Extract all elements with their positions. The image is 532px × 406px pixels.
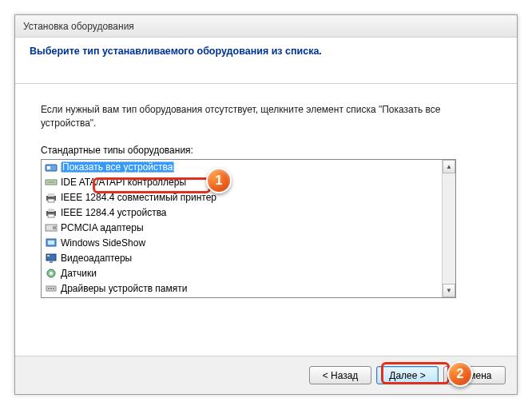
next-button[interactable]: Далее > xyxy=(376,366,439,384)
pcmcia-icon xyxy=(45,221,58,234)
list-item-ieee-devices[interactable]: IEEE 1284.4 устройства xyxy=(42,205,442,221)
list-item-show-all[interactable]: Показать все устройства xyxy=(42,160,442,175)
printer-icon xyxy=(45,206,58,219)
svg-rect-21 xyxy=(50,288,52,289)
list-label: Стандартные типы оборудования: xyxy=(41,145,491,156)
ide-controller-icon xyxy=(45,176,58,189)
callout-2: 2 xyxy=(447,361,473,387)
svg-rect-6 xyxy=(48,199,54,202)
wizard-window: Установка оборудования Выберите тип уста… xyxy=(14,14,518,395)
list-item-label: Драйверы устройств памяти xyxy=(61,283,187,294)
list-item-label: Показать все устройства xyxy=(61,161,174,173)
list-item-display-adapter[interactable]: Видеоадаптеры xyxy=(42,251,442,266)
callout-1: 1 xyxy=(206,168,232,193)
list-item-sensors[interactable]: Датчики xyxy=(42,266,442,281)
svg-rect-5 xyxy=(48,193,54,197)
titlebar: Установка оборудования xyxy=(15,15,517,38)
svg-rect-15 xyxy=(50,261,53,263)
sideshow-icon xyxy=(45,237,58,249)
memory-icon xyxy=(45,282,58,295)
devices-all-icon xyxy=(45,161,58,173)
list-items: Показать все устройства IDE ATA/ATAPI ко… xyxy=(42,160,442,297)
help-text: Если нужный вам тип оборудования отсутст… xyxy=(41,103,491,130)
sensor-icon xyxy=(45,267,58,280)
list-item-label: PCMCIA адаптеры xyxy=(61,222,144,233)
back-button[interactable]: < Назад xyxy=(309,366,371,384)
display-adapter-icon xyxy=(45,252,58,265)
svg-rect-8 xyxy=(48,209,54,212)
printer-icon xyxy=(45,191,58,204)
svg-rect-22 xyxy=(53,288,54,289)
svg-rect-11 xyxy=(53,226,56,229)
list-item-pcmcia[interactable]: PCMCIA адаптеры xyxy=(42,221,442,236)
list-item-label: Датчики xyxy=(61,268,97,279)
svg-rect-9 xyxy=(48,214,54,217)
wizard-button-row: < Назад Далее > Отмена xyxy=(15,356,517,394)
svg-rect-13 xyxy=(48,241,54,245)
list-item-ide[interactable]: IDE ATA/ATAPI контроллеры xyxy=(42,175,442,190)
list-item-label: Видеоадаптеры xyxy=(61,253,132,264)
list-item-memory-drivers[interactable]: Драйверы устройств памяти xyxy=(42,281,442,297)
wizard-header: Выберите тип устанавливаемого оборудован… xyxy=(15,38,517,84)
svg-rect-1 xyxy=(47,166,50,169)
svg-point-18 xyxy=(50,272,53,275)
list-item-sideshow[interactable]: Windows SideShow xyxy=(42,236,442,251)
list-item-label: IEEE 1284.4 совместимый принтер xyxy=(61,192,216,203)
list-item-label: IDE ATA/ATAPI контроллеры xyxy=(61,177,186,188)
hardware-type-listbox[interactable]: Показать все устройства IDE ATA/ATAPI ко… xyxy=(41,159,456,298)
list-item-ieee-printer[interactable]: IEEE 1284.4 совместимый принтер xyxy=(42,190,442,205)
wizard-body: Если нужный вам тип оборудования отсутст… xyxy=(15,84,517,298)
svg-rect-20 xyxy=(48,288,50,289)
scroll-up-button[interactable]: ▲ xyxy=(443,160,455,173)
window-title: Установка оборудования xyxy=(23,21,134,32)
scroll-down-button[interactable]: ▼ xyxy=(443,284,455,297)
list-item-label: Windows SideShow xyxy=(61,237,145,249)
svg-rect-16 xyxy=(47,255,50,257)
listbox-scrollbar[interactable]: ▲ ▼ xyxy=(442,160,455,297)
scroll-track[interactable] xyxy=(443,173,455,284)
list-item-label: IEEE 1284.4 устройства xyxy=(61,207,167,218)
page-title: Выберите тип устанавливаемого оборудован… xyxy=(30,46,502,57)
